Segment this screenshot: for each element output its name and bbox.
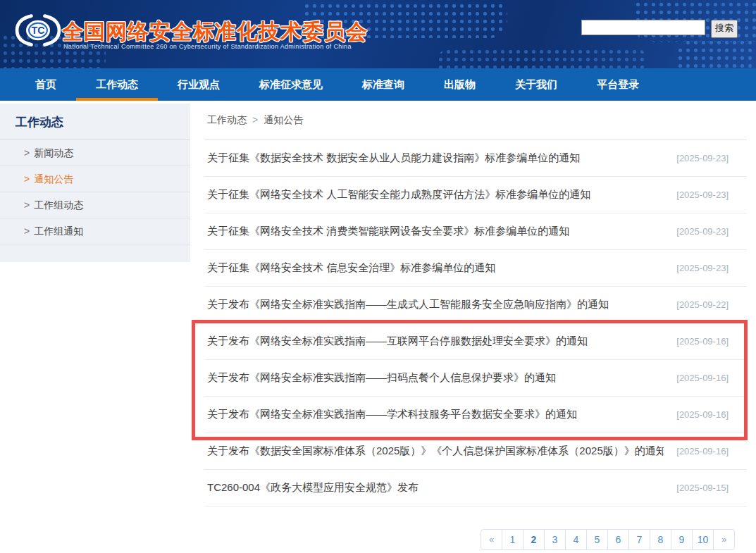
chevron-right-icon: > [24, 147, 30, 159]
notice-date: [2025-09-23] [676, 263, 729, 273]
search-input[interactable] [581, 20, 705, 35]
sidebar: 工作动态 >新闻动态 >通知公告 >工作组动态 >工作组通知 [0, 104, 190, 262]
notice-date: [2025-09-16] [676, 409, 729, 420]
breadcrumb: 工作动态>通知公告 [204, 104, 747, 140]
sidebar-item-label: 新闻动态 [34, 147, 73, 159]
nav-item-work-news[interactable]: 工作动态 [76, 68, 158, 101]
breadcrumb-root[interactable]: 工作动态 [207, 114, 247, 125]
notice-date: [2025-09-16] [676, 336, 729, 347]
page-button-10[interactable]: 10 [692, 530, 713, 549]
notice-row[interactable]: 关于发布《网络安全标准实践指南——生成式人工智能服务安全应急响应指南》的通知 [… [204, 287, 747, 323]
nav-item-standard-comments[interactable]: 标准征求意见 [240, 68, 342, 101]
notice-row[interactable]: TC260-004《政务大模型应用安全规范》发布 [2025-09-15] [204, 470, 747, 507]
dot-map-decoration [676, 39, 756, 68]
page-button-4[interactable]: 4 [565, 530, 586, 549]
notice-title[interactable]: 关于发布《网络安全标准实践指南——生成式人工智能服务安全应急响应指南》的通知 [207, 298, 609, 311]
sidebar-item-workgroup-news[interactable]: >工作组动态 [0, 192, 190, 218]
notice-title[interactable]: TC260-004《政务大模型应用安全规范》发布 [207, 481, 419, 495]
page-button-3[interactable]: 3 [544, 530, 565, 549]
site-title: 全国网络安全标准化技术委员会 [62, 18, 368, 46]
notice-date: [2025-09-15] [676, 483, 729, 493]
nav-item-standard-query[interactable]: 标准查询 [342, 68, 424, 101]
nav-item-about-us[interactable]: 关于我们 [495, 68, 577, 101]
notice-date: [2025-09-23] [676, 189, 729, 200]
pagination: « 1 2 3 4 5 6 7 8 9 10 » [481, 529, 735, 550]
notice-title[interactable]: 关于征集《网络安全技术 消费类智能联网设备安全要求》标准参编单位的通知 [207, 225, 569, 238]
notice-row[interactable]: 关于发布《网络安全标准实践指南——学术科技服务平台数据安全要求》的通知 [202… [204, 397, 747, 433]
page-next-button[interactable]: » [713, 530, 734, 549]
notice-title[interactable]: 关于发布《网络安全标准实践指南——学术科技服务平台数据安全要求》的通知 [207, 408, 577, 421]
nav-item-publications[interactable]: 出版物 [424, 68, 495, 101]
chevron-right-icon: > [24, 199, 30, 211]
notice-date: [2025-09-23] [676, 226, 729, 237]
sidebar-item-news[interactable]: >新闻动态 [0, 140, 190, 166]
notice-row[interactable]: 关于征集《网络安全技术 消费类智能联网设备安全要求》标准参编单位的通知 [202… [204, 213, 747, 250]
sidebar-item-workgroup-notices[interactable]: >工作组通知 [0, 218, 190, 244]
notice-row[interactable]: 关于征集《数据安全技术 数据安全从业人员能力建设指南》标准参编单位的通知 [20… [204, 140, 747, 177]
breadcrumb-separator: > [252, 114, 258, 125]
main-content: 工作动态>通知公告 关于征集《数据安全技术 数据安全从业人员能力建设指南》标准参… [204, 104, 747, 507]
notice-row[interactable]: 关于发布《网络安全标准实践指南——扫码点餐个人信息保护要求》的通知 [2025-… [204, 360, 747, 397]
notice-row[interactable]: 关于征集《网络安全技术 信息安全治理》标准参编单位的通知 [2025-09-23… [204, 250, 747, 287]
notice-date: [2025-09-16] [676, 446, 729, 456]
page-button-2-current[interactable]: 2 [523, 530, 544, 549]
search-area: 搜索 [581, 20, 738, 38]
page: TC 全国网络安全标准化技术委员会 National Technical Com… [0, 0, 756, 553]
sidebar-item-notices[interactable]: >通知公告 [0, 166, 190, 192]
sidebar-item-label: 工作组动态 [34, 199, 83, 211]
breadcrumb-current: 通知公告 [264, 114, 303, 125]
notice-title[interactable]: 关于征集《网络安全技术 人工智能安全能力成熟度评估方法》标准参编单位的通知 [207, 188, 590, 201]
notice-title[interactable]: 关于发布《数据安全国家标准体系（2025版）》《个人信息保护国家标准体系（202… [207, 445, 664, 458]
notice-title[interactable]: 关于征集《网络安全技术 信息安全治理》标准参编单位的通知 [207, 261, 495, 275]
notice-row[interactable]: 关于征集《网络安全技术 人工智能安全能力成熟度评估方法》标准参编单位的通知 [2… [204, 177, 747, 213]
chevron-right-icon: > [24, 173, 30, 185]
nav-item-platform-login[interactable]: 平台登录 [577, 68, 659, 101]
sidebar-title: 工作动态 [0, 104, 190, 140]
chevron-right-icon: > [24, 225, 30, 237]
sidebar-item-label: 通知公告 [34, 173, 73, 185]
page-button-9[interactable]: 9 [671, 530, 692, 549]
notice-title[interactable]: 关于征集《数据安全技术 数据安全从业人员能力建设指南》标准参编单位的通知 [207, 151, 580, 165]
notice-title[interactable]: 关于发布《网络安全标准实践指南——互联网平台停服数据处理安全要求》的通知 [207, 335, 588, 348]
search-button[interactable]: 搜索 [711, 20, 738, 38]
nav-item-industry-views[interactable]: 行业观点 [158, 68, 240, 101]
tc260-logo[interactable]: TC [14, 12, 62, 49]
notice-date: [2025-09-23] [676, 153, 729, 163]
notice-row[interactable]: 关于发布《数据安全国家标准体系（2025版）》《个人信息保护国家标准体系（202… [204, 433, 747, 470]
notice-date: [2025-09-22] [676, 299, 729, 310]
notice-date: [2025-09-16] [676, 373, 729, 383]
site-subtitle: National Technical Committee 260 on Cybe… [63, 43, 352, 50]
dot-map-decoration [437, 48, 648, 68]
site-header: TC 全国网络安全标准化技术委员会 National Technical Com… [0, 0, 756, 68]
nav-item-home[interactable]: 首页 [16, 68, 76, 101]
page-button-8[interactable]: 8 [650, 530, 671, 549]
sidebar-item-label: 工作组通知 [34, 225, 83, 237]
notice-row[interactable]: 关于发布《网络安全标准实践指南——互联网平台停服数据处理安全要求》的通知 [20… [204, 323, 747, 360]
page-button-5[interactable]: 5 [586, 530, 607, 549]
page-prev-button[interactable]: « [481, 530, 502, 549]
page-button-6[interactable]: 6 [607, 530, 628, 549]
page-button-7[interactable]: 7 [628, 530, 650, 549]
page-button-1[interactable]: 1 [502, 530, 523, 549]
sidebar-spacer [0, 244, 190, 262]
logo-tc-text: TC [31, 25, 44, 36]
main-nav: 首页 工作动态 行业观点 标准征求意见 标准查询 出版物 关于我们 平台登录 [0, 68, 756, 101]
notice-title[interactable]: 关于发布《网络安全标准实践指南——扫码点餐个人信息保护要求》的通知 [207, 371, 556, 385]
